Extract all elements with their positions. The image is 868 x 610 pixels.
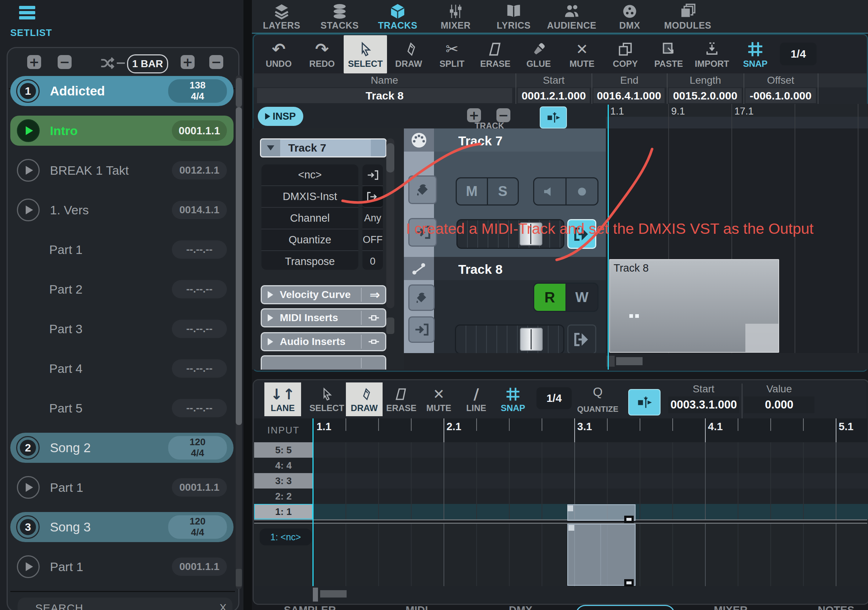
add-song-button[interactable]: +: [27, 55, 41, 69]
block-handle[interactable]: [567, 505, 573, 511]
lane-tool-button[interactable]: ↓↑LANE: [264, 382, 301, 416]
expand-triangle-icon[interactable]: [268, 338, 273, 345]
setlist-part[interactable]: Part 1 0001.1.1: [10, 472, 234, 502]
setlist-part[interactable]: BREAK 1 Takt 0012.1.1: [10, 155, 234, 185]
autoscroll-button[interactable]: [540, 107, 567, 129]
split-tool-button[interactable]: ✂SPLIT: [430, 35, 474, 73]
setlist-part[interactable]: Part 1 0001.1.1: [10, 552, 234, 582]
scrollbar-thumb[interactable]: [386, 143, 394, 172]
event-end-value[interactable]: 0016.4.1.000: [594, 88, 665, 103]
expand-triangle-icon[interactable]: [268, 314, 273, 322]
audio-inserts-section[interactable]: Audio Inserts: [261, 332, 386, 351]
scrollbar-thumb[interactable]: [236, 78, 242, 107]
inspector-row-input[interactable]: <nc>: [262, 164, 358, 186]
inspector-track-selector[interactable]: Track 7: [260, 138, 387, 158]
tab-notes[interactable]: NOTES: [818, 604, 854, 610]
lane-label-4[interactable]: 4: 4: [254, 458, 313, 473]
scrollbar-thumb[interactable]: [386, 317, 394, 334]
paste-button[interactable]: PASTE: [647, 35, 690, 73]
search-clear-button[interactable]: X: [220, 602, 226, 610]
tab-sampler[interactable]: SAMPLER: [284, 604, 336, 610]
snap-toggle-button[interactable]: SNAP: [734, 35, 777, 73]
flexloop-length-button[interactable]: 1 BAR: [127, 54, 168, 73]
block-resize-handle[interactable]: [624, 579, 634, 587]
snap-toggle-button[interactable]: SNAP: [494, 382, 531, 416]
automation-lane-selector[interactable]: 1: <nc>: [260, 528, 312, 545]
output-icon[interactable]: [363, 186, 383, 208]
track7-name[interactable]: Track 7: [458, 133, 503, 148]
track8-write-button[interactable]: W: [566, 284, 598, 311]
setlist-part[interactable]: 1. Vers 0014.1.1: [10, 195, 234, 225]
tab-stacks[interactable]: STACKS: [311, 2, 369, 32]
collapsed-section-partial[interactable]: [261, 355, 386, 370]
mute-tool-button[interactable]: ✕MUTE: [420, 382, 457, 416]
select-tool-button[interactable]: SELECT: [308, 382, 345, 416]
paint-bucket-icon[interactable]: [408, 175, 437, 204]
line-tool-button[interactable]: /LINE: [458, 382, 494, 416]
snap-value-button[interactable]: 1/4: [780, 43, 817, 65]
track8-output-button[interactable]: [567, 324, 596, 354]
tab-midi[interactable]: MIDI: [405, 604, 428, 610]
slider-thumb[interactable]: [520, 328, 542, 351]
add-track-button[interactable]: +: [467, 108, 481, 122]
lane-divider[interactable]: [254, 519, 867, 524]
tab-automation-active[interactable]: AUTOMATION: [576, 605, 675, 610]
scrollbar-handle[interactable]: [313, 588, 318, 602]
setlist-part[interactable]: Part 3 --.--.--: [10, 314, 234, 344]
inspector-row-quantize[interactable]: Quantize: [262, 229, 358, 251]
scrollbar-thumb[interactable]: [320, 590, 347, 598]
paint-bucket-icon[interactable]: [408, 285, 435, 311]
record-circle-icon[interactable]: [566, 178, 598, 204]
track-input-icon[interactable]: [408, 316, 435, 343]
inspector-row-transpose[interactable]: Transpose: [262, 251, 358, 272]
channel-value[interactable]: Any: [363, 208, 383, 229]
setlist-song-2[interactable]: 2 Song 2 1204/4: [10, 433, 234, 463]
lane-label-3[interactable]: 3: 3: [254, 473, 313, 489]
playhead[interactable]: [313, 418, 313, 586]
chevron-down-icon[interactable]: [261, 139, 280, 156]
tab-tracks[interactable]: TRACKS: [369, 2, 427, 32]
setlist-part[interactable]: Part 1 --.--.--: [10, 235, 234, 265]
tab-dmx[interactable]: DMX: [601, 2, 659, 32]
setlist-part-intro[interactable]: Intro 0001.1.1: [10, 116, 234, 146]
tab-audience[interactable]: AUDIENCE: [542, 2, 601, 32]
draw-tool-button[interactable]: DRAW: [346, 382, 383, 416]
transpose-value[interactable]: 0: [363, 251, 383, 272]
speaker-icon[interactable]: [534, 178, 566, 204]
setlist-part[interactable]: Part 5 --.--.--: [10, 393, 234, 423]
remove-part-button[interactable]: −: [209, 55, 223, 69]
quantize-value[interactable]: OFF: [363, 229, 383, 251]
inspector-toggle-button[interactable]: INSP: [258, 107, 303, 126]
setlist-menu-icon[interactable]: [19, 6, 35, 21]
track7-solo-button[interactable]: S: [487, 178, 518, 204]
select-tool-button[interactable]: SELECT: [344, 35, 387, 73]
copy-button[interactable]: COPY: [604, 35, 647, 73]
event-length-value[interactable]: 0015.2.0.000: [669, 88, 742, 103]
tab-lyrics[interactable]: LYRICS: [485, 2, 542, 32]
track8-read-button[interactable]: R: [534, 284, 566, 311]
autoscroll-button[interactable]: [628, 389, 660, 415]
setlist-song-addicted[interactable]: 1 Addicted 1384/4: [10, 76, 234, 106]
play-icon[interactable]: [17, 159, 40, 182]
value-value[interactable]: 0.000: [744, 396, 814, 413]
remove-song-button[interactable]: −: [57, 55, 71, 69]
scrollbar-thumb[interactable]: [236, 569, 242, 587]
scrollbar-thumb[interactable]: [236, 107, 242, 425]
play-icon[interactable]: [17, 555, 40, 578]
tab-layers[interactable]: LAYERS: [253, 2, 311, 32]
expand-triangle-icon[interactable]: [268, 291, 273, 299]
scrollbar-thumb[interactable]: [616, 357, 643, 365]
track8-clip[interactable]: Track 8: [609, 259, 779, 353]
play-icon[interactable]: [17, 476, 40, 499]
undo-button[interactable]: ↶UNDO: [257, 35, 300, 73]
lane-label-1-selected[interactable]: 1: 1: [254, 504, 313, 519]
play-icon[interactable]: [17, 119, 40, 142]
velocity-curve-section[interactable]: Velocity Curve ⇒: [261, 285, 386, 304]
tab-mixer[interactable]: MIXER: [714, 604, 747, 610]
block-handle[interactable]: [568, 525, 574, 531]
erase-tool-button[interactable]: ERASE: [383, 382, 420, 416]
erase-tool-button[interactable]: ERASE: [474, 35, 517, 73]
lane-label-2[interactable]: 2: 2: [254, 489, 313, 504]
inspector-row-channel[interactable]: Channel: [262, 208, 358, 229]
flexloop-shuffle-icon[interactable]: [99, 55, 115, 71]
